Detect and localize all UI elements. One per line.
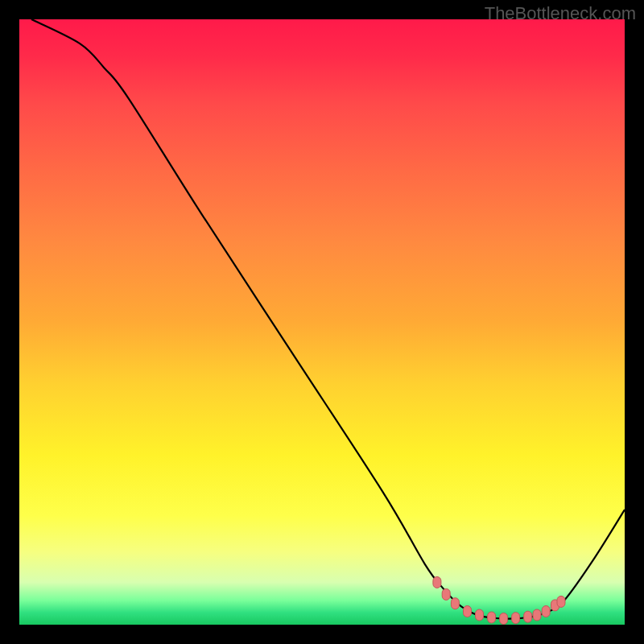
chart-svg (19, 19, 625, 625)
chart-marker (442, 588, 450, 600)
chart-markers-group (433, 576, 565, 624)
chart-marker (533, 609, 541, 621)
chart-marker (464, 606, 472, 617)
chart-marker (488, 612, 496, 623)
chart-plot-area (19, 19, 625, 625)
chart-marker (557, 596, 565, 607)
chart-marker (433, 576, 441, 588)
chart-marker (512, 613, 520, 624)
watermark-text: TheBottleneck.com (485, 3, 636, 24)
chart-marker (524, 611, 532, 622)
chart-marker (476, 609, 484, 621)
chart-marker (500, 613, 508, 625)
chart-line (31, 19, 625, 619)
chart-marker (451, 598, 459, 609)
chart-marker (542, 606, 550, 617)
